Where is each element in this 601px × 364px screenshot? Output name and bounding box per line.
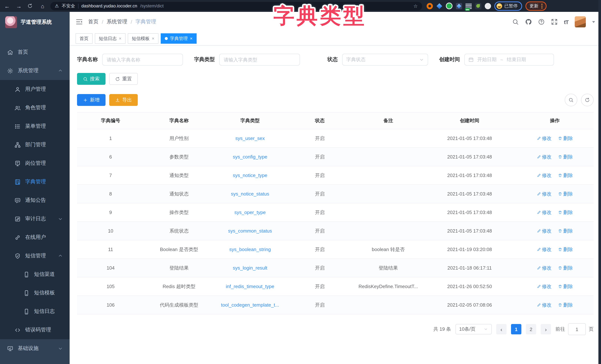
sidebar-item-dict[interactable]: 字典管理	[0, 172, 70, 191]
dict-type-input[interactable]	[219, 54, 300, 66]
browser-menu-icon[interactable]	[541, 3, 542, 8]
tab-sms-template[interactable]: 短信模板 ×	[128, 33, 159, 44]
sidebar-item-posts[interactable]: 岗位管理	[0, 154, 70, 172]
sidebar-item-sms[interactable]: 短信管理	[0, 247, 70, 265]
scrollbar-strip[interactable]	[598, 0, 601, 364]
collapse-sidebar-icon[interactable]	[76, 18, 83, 26]
sidebar-item-sms-template[interactable]: 短信模板	[0, 284, 70, 302]
sidebar-item-notice[interactable]: 通知公告	[0, 191, 70, 210]
reset-button[interactable]: 重置	[109, 73, 138, 85]
dict-type-link[interactable]: sys_notice_type	[214, 166, 286, 185]
sidebar-item-roles[interactable]: 角色管理	[0, 99, 70, 117]
help-icon[interactable]	[538, 19, 545, 25]
tab-dict-active[interactable]: 字典管理 ×	[161, 33, 197, 44]
github-icon[interactable]	[525, 19, 532, 25]
search-button[interactable]: 搜索	[77, 73, 106, 85]
extension-gem-icon[interactable]	[436, 3, 442, 9]
sidebar-item-system[interactable]: 系统管理	[0, 61, 70, 80]
dict-type-link[interactable]: sys_notice_status	[214, 185, 286, 203]
dict-name-input[interactable]	[102, 54, 183, 66]
status-select[interactable]: 字典状态	[342, 54, 428, 66]
app-logo[interactable]: 芋道管理系统	[0, 12, 70, 33]
reload-icon[interactable]	[27, 3, 34, 9]
delete-link[interactable]: 删除	[558, 264, 573, 271]
sidebar-item-sms-channel[interactable]: 短信渠道	[0, 265, 70, 284]
browser-home-icon[interactable]: ⌂	[39, 3, 46, 9]
col-dict-name: 字典名称	[144, 112, 214, 129]
dict-type-link[interactable]: inf_redis_timeout_type	[214, 277, 286, 296]
dict-type-link[interactable]: sys_oper_type	[214, 203, 286, 222]
edit-link[interactable]: 修改	[537, 153, 551, 160]
page-button-2[interactable]: 2	[526, 324, 536, 334]
extension-list-icon[interactable]: on	[465, 3, 472, 9]
edit-link[interactable]: 修改	[537, 302, 551, 308]
delete-link[interactable]: 删除	[558, 228, 573, 234]
edit-link[interactable]: 修改	[537, 264, 551, 271]
search-icon[interactable]	[512, 19, 519, 25]
sidebar-item-departments[interactable]: 部门管理	[0, 136, 70, 154]
close-icon[interactable]: ×	[119, 36, 121, 41]
delete-link[interactable]: 删除	[558, 153, 573, 160]
delete-link[interactable]: 删除	[558, 302, 573, 308]
page-size-select[interactable]: 10条/页	[455, 324, 492, 334]
caret-down-icon[interactable]	[592, 21, 595, 23]
sidebar-item-audit-log[interactable]: 审计日志	[0, 210, 70, 228]
extension-green-circle-icon[interactable]	[446, 3, 452, 9]
create-time-label: 创建时间	[439, 56, 460, 63]
extension-puzzle-icon[interactable]	[485, 3, 491, 9]
dict-type-link[interactable]: sys_login_result	[214, 259, 286, 277]
dict-type-link[interactable]: sys_boolean_string	[214, 240, 286, 259]
dict-type-link[interactable]: sys_common_status	[214, 222, 286, 240]
delete-link[interactable]: 删除	[558, 172, 573, 179]
paused-extension-pill[interactable]: 已暂停	[494, 1, 522, 10]
export-button[interactable]: 导出	[109, 94, 138, 106]
edit-link[interactable]: 修改	[537, 283, 551, 290]
prev-page-button[interactable]: ‹	[496, 324, 507, 334]
show-search-toggle-button[interactable]	[565, 94, 577, 106]
extension-diamond-icon[interactable]	[456, 3, 462, 9]
page-button-1[interactable]: 1	[511, 324, 521, 334]
dict-type-link[interactable]: sys_config_type	[214, 148, 286, 166]
delete-link[interactable]: 删除	[558, 135, 573, 142]
next-page-button[interactable]: ›	[541, 324, 551, 334]
dict-type-link[interactable]: tool_codegen_template_t...	[214, 296, 286, 314]
sidebar-item-home[interactable]: 首页	[0, 43, 70, 61]
goto-page-input[interactable]	[568, 323, 586, 335]
date-range-picker[interactable]: 开始日期 ~ 结束日期	[464, 54, 554, 66]
sidebar-item-menus[interactable]: 菜单管理	[0, 117, 70, 136]
delete-link[interactable]: 删除	[558, 246, 573, 253]
phone-icon	[23, 308, 30, 315]
sidebar-item-infrastructure[interactable]: 基础设施	[0, 339, 70, 358]
close-icon[interactable]: ×	[152, 36, 154, 41]
fullscreen-icon[interactable]	[551, 19, 558, 25]
delete-link[interactable]: 删除	[558, 283, 573, 290]
tab-home[interactable]: 首页	[76, 33, 93, 44]
user-avatar[interactable]	[575, 16, 586, 27]
edit-link[interactable]: 修改	[537, 135, 551, 142]
edit-link[interactable]: 修改	[537, 209, 551, 216]
extension-leaf-icon[interactable]	[475, 3, 481, 9]
delete-link[interactable]: 删除	[558, 191, 573, 197]
add-button[interactable]: 新增	[77, 94, 106, 106]
sidebar-item-error-code[interactable]: 错误码管理	[0, 321, 70, 339]
refresh-table-button[interactable]	[581, 94, 594, 106]
sidebar-item-sms-log[interactable]: 短信日志	[0, 302, 70, 321]
breadcrumb-home[interactable]: 首页	[88, 19, 99, 25]
edit-link[interactable]: 修改	[537, 228, 551, 234]
dict-type-link[interactable]: sys_user_sex	[214, 129, 286, 148]
edit-link[interactable]: 修改	[537, 246, 551, 253]
forward-icon[interactable]: →	[16, 3, 22, 9]
close-icon[interactable]: ×	[190, 36, 192, 41]
breadcrumb-system[interactable]: 系统管理	[107, 19, 127, 25]
extension-donut-icon[interactable]	[427, 3, 433, 9]
tab-sms-log[interactable]: 短信日志 ×	[95, 33, 126, 44]
font-size-icon[interactable]: tT	[564, 19, 568, 25]
sidebar-item-users[interactable]: 用户管理	[0, 80, 70, 99]
edit-link[interactable]: 修改	[537, 191, 551, 197]
sidebar-item-online-users[interactable]: 在线用户	[0, 228, 70, 247]
edit-link[interactable]: 修改	[537, 172, 551, 179]
back-icon[interactable]: ←	[4, 3, 10, 9]
delete-link[interactable]: 删除	[558, 209, 573, 216]
bookmark-star-icon[interactable]: ☆	[413, 3, 418, 9]
browser-update-button[interactable]: 更新	[525, 1, 547, 10]
